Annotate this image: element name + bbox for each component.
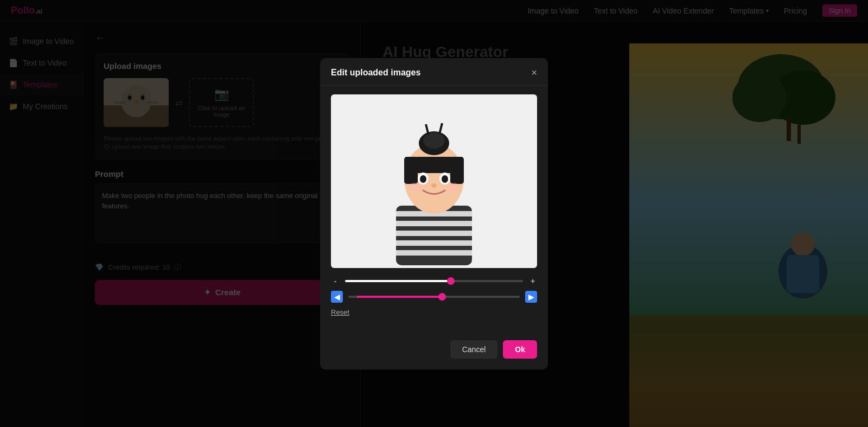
cancel-button[interactable]: Cancel bbox=[450, 340, 498, 359]
svg-point-41 bbox=[409, 183, 422, 192]
position-slider[interactable] bbox=[348, 296, 520, 298]
svg-rect-27 bbox=[396, 240, 472, 246]
position-right-button[interactable]: ▶ bbox=[525, 291, 537, 303]
modal-footer: Cancel Ok bbox=[320, 333, 548, 369]
zoom-increase-button[interactable]: + bbox=[528, 277, 537, 285]
modal-title: Edit uploaded images bbox=[331, 68, 420, 78]
modal-overlay: Edit uploaded images × bbox=[0, 0, 868, 427]
ok-button[interactable]: Ok bbox=[503, 340, 537, 359]
svg-rect-26 bbox=[396, 231, 472, 236]
svg-point-39 bbox=[442, 175, 448, 183]
zoom-decrease-button[interactable]: - bbox=[331, 277, 340, 285]
svg-point-38 bbox=[420, 175, 426, 183]
svg-rect-35 bbox=[410, 157, 458, 173]
zoom-slider-row: - + bbox=[331, 277, 537, 285]
zoom-slider[interactable] bbox=[345, 280, 523, 282]
reset-button[interactable]: Reset bbox=[331, 308, 349, 316]
svg-rect-25 bbox=[396, 221, 472, 226]
svg-rect-28 bbox=[396, 250, 472, 256]
modal-header: Edit uploaded images × bbox=[320, 58, 548, 86]
svg-point-40 bbox=[431, 183, 437, 188]
reset-row: Reset bbox=[331, 308, 537, 316]
modal-body: - + ◀ ▶ Reset bbox=[320, 86, 548, 333]
edit-images-modal: Edit uploaded images × bbox=[320, 58, 548, 369]
position-slider-row: ◀ ▶ bbox=[331, 291, 537, 303]
svg-point-32 bbox=[423, 132, 445, 149]
position-left-button[interactable]: ◀ bbox=[331, 291, 343, 303]
svg-point-42 bbox=[446, 183, 459, 192]
modal-close-button[interactable]: × bbox=[531, 68, 537, 78]
modal-image bbox=[331, 94, 537, 268]
